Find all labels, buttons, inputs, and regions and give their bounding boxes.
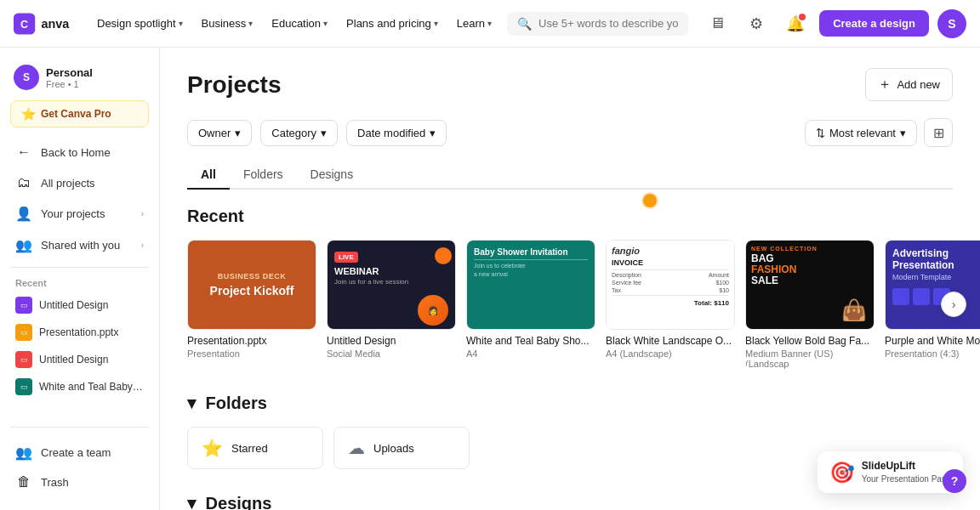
owner-filter[interactable]: Owner ▾	[187, 120, 252, 146]
settings-icon-btn[interactable]: ⚙	[741, 8, 772, 39]
view-toggle-button[interactable]: ⊞	[924, 118, 953, 147]
menu-design-spotlight[interactable]: Design spotlight ▾	[88, 12, 191, 35]
recent-section-title: Recent	[187, 207, 953, 226]
design-card-4[interactable]: new collection BAGFASHIONSALE 👜 Black Ye…	[745, 240, 875, 369]
card-name-1: Untitled Design	[327, 335, 456, 347]
chevron-down-icon: ▾	[487, 19, 492, 28]
team-icon: 👥	[15, 445, 32, 461]
recent-designs-row: BUSINESS DECK Project Kickoff Presentati…	[187, 240, 953, 369]
tab-designs[interactable]: Designs	[297, 161, 368, 190]
notifications-icon-btn[interactable]: 🔔	[780, 8, 811, 39]
recent-item-icon: ▭	[15, 297, 32, 314]
card-type-2: A4	[466, 348, 595, 359]
advertising-thumbnail: AdvertisingPresentation Modern Template	[886, 241, 980, 329]
card-type-3: A4 (Landscape)	[606, 348, 735, 359]
page-title: Projects	[187, 71, 282, 99]
main-content: Projects ＋ Add new Owner ▾ Category ▾ Da…	[160, 48, 980, 510]
create-design-button[interactable]: Create a design	[819, 10, 929, 37]
baby-thumbnail: Baby Shower Invitation Join us to celebr…	[467, 241, 595, 329]
recent-item-label: White and Teal Baby S...	[39, 381, 144, 393]
folder-starred[interactable]: ⭐ Starred	[187, 427, 323, 469]
menu-learn[interactable]: Learn ▾	[448, 12, 500, 35]
category-filter[interactable]: Category ▾	[260, 120, 338, 146]
monitor-icon-btn[interactable]: 🖥	[702, 8, 732, 39]
search-bar[interactable]: 🔍	[507, 12, 688, 36]
date-filter[interactable]: Date modified ▾	[346, 120, 447, 146]
sidebar-item-label: Back to Home	[41, 146, 111, 159]
presentation-thumbnail: BUSINESS DECK Project Kickoff	[188, 241, 316, 329]
sidebar-divider	[10, 267, 149, 268]
slideuplift-logo: 🎯	[829, 461, 855, 484]
recent-item-0[interactable]: ▭ Untitled Design	[7, 292, 152, 319]
sidebar-user-plan: Free • 1	[46, 79, 93, 89]
sidebar-item-create-team[interactable]: 👥 Create a team	[7, 438, 152, 468]
user-avatar[interactable]: S	[937, 9, 966, 38]
sidebar-username: Personal	[46, 66, 93, 79]
content-tabs: All Folders Designs	[187, 161, 953, 190]
menu-business[interactable]: Business ▾	[193, 12, 262, 35]
design-card-2[interactable]: Baby Shower Invitation Join us to celebr…	[466, 240, 595, 369]
get-canva-pro-button[interactable]: ⭐ Get Canva Pro	[10, 100, 149, 128]
designs-section-title: ▾ Designs	[187, 493, 953, 510]
section-collapse-icon[interactable]: ▾	[187, 394, 196, 412]
design-card-0[interactable]: BUSINESS DECK Project Kickoff Presentati…	[187, 240, 316, 369]
design-card-1[interactable]: LIVE WEBINAR Join us for a live session …	[327, 240, 456, 369]
sidebar-item-back-home[interactable]: ← Back to Home	[7, 138, 152, 167]
people-icon: 👥	[15, 237, 32, 253]
card-thumbnail-0: BUSINESS DECK Project Kickoff	[187, 240, 316, 330]
trash-icon: 🗑	[15, 474, 32, 490]
card-type-0: Presentation	[187, 348, 316, 359]
sidebar-item-all-projects[interactable]: 🗂 All projects	[7, 168, 152, 197]
folder-label: Starred	[231, 442, 268, 455]
sidebar-item-trash[interactable]: 🗑 Trash	[7, 468, 152, 496]
sidebar-item-your-projects[interactable]: 👤 Your projects ›	[7, 199, 152, 229]
sidebar-user-details: Personal Free • 1	[46, 66, 93, 89]
search-input[interactable]	[538, 17, 678, 30]
add-new-button[interactable]: ＋ Add new	[865, 68, 953, 101]
recent-item-icon: ▭	[15, 378, 32, 395]
chevron-right-icon: ›	[141, 209, 144, 218]
card-name-2: White and Teal Baby Sho...	[466, 335, 595, 347]
recent-item-2[interactable]: ▭ Untitled Design	[7, 346, 152, 373]
card-thumbnail-3: fangio INVOICE DescriptionAmount Service…	[606, 240, 735, 330]
chevron-down-icon: ▾	[179, 19, 183, 28]
sidebar-avatar[interactable]: S	[14, 65, 39, 90]
recent-item-1[interactable]: ▭ Presentation.pptx	[7, 319, 152, 346]
filters-bar: Owner ▾ Category ▾ Date modified ▾ ⇅ Mos…	[187, 118, 953, 147]
folder-icon: 🗂	[15, 175, 32, 190]
tab-all[interactable]: All	[187, 161, 230, 190]
design-card-3[interactable]: fangio INVOICE DescriptionAmount Service…	[606, 240, 735, 369]
canva-pro-label: Get Canva Pro	[41, 108, 111, 120]
recent-item-label: Untitled Design	[39, 299, 108, 311]
sort-button[interactable]: ⇅ Most relevant ▾	[805, 120, 917, 146]
sidebar-item-label: Your projects	[41, 207, 105, 220]
section-collapse-icon[interactable]: ▾	[187, 494, 196, 510]
webinar-thumbnail: LIVE WEBINAR Join us for a live session …	[328, 241, 455, 329]
cards-next-button[interactable]: ›	[941, 292, 966, 317]
menu-plans-pricing[interactable]: Plans and pricing ▾	[338, 12, 447, 35]
folder-uploads[interactable]: ☁ Uploads	[333, 427, 470, 469]
chevron-down-icon: ▾	[430, 127, 436, 139]
card-name-3: Black White Landscape O...	[606, 335, 735, 347]
svg-text:C: C	[20, 19, 28, 31]
tab-folders[interactable]: Folders	[230, 161, 297, 190]
plus-icon: ＋	[878, 76, 892, 94]
recent-item-label: Presentation.pptx	[39, 326, 118, 338]
slideuplift-widget: 🎯 SlideUpLift Your Presentation Par... ?	[818, 451, 963, 493]
sidebar-item-shared-with-you[interactable]: 👥 Shared with you ›	[7, 230, 152, 260]
recent-item-label: Untitled Design	[39, 354, 108, 366]
top-navigation: C anva Design spotlight ▾ Business ▾ Edu…	[0, 0, 980, 48]
svg-text:anva: anva	[41, 17, 70, 31]
slideuplift-text: SlideUpLift Your Presentation Par...	[862, 460, 951, 484]
card-type-5: Presentation (4:3)	[885, 348, 980, 359]
star-icon: ⭐	[21, 107, 36, 121]
menu-education[interactable]: Education ▾	[263, 12, 336, 35]
star-icon: ⭐	[202, 438, 223, 458]
card-type-1: Social Media	[327, 348, 456, 359]
chevron-down-icon: ▾	[248, 19, 253, 28]
canva-logo[interactable]: C anva	[14, 12, 75, 36]
slideuplift-help-button[interactable]: ?	[943, 469, 966, 493]
chevron-right-icon: ›	[141, 241, 144, 250]
recent-item-icon: ▭	[15, 351, 32, 368]
recent-item-3[interactable]: ▭ White and Teal Baby S...	[7, 373, 152, 400]
